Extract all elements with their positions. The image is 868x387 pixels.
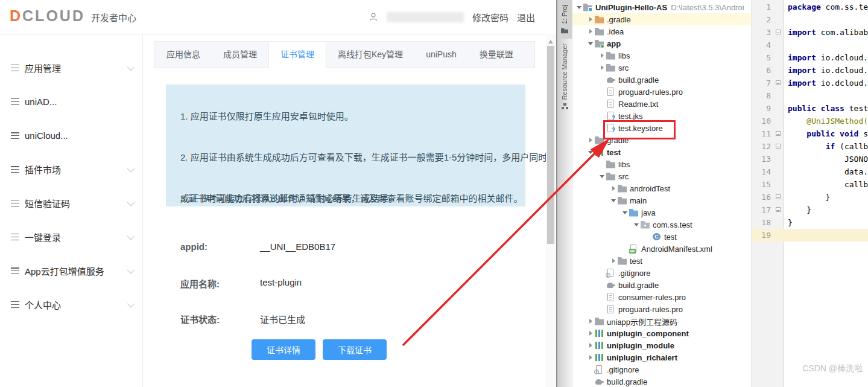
- fold-marker-icon[interactable]: [774, 191, 784, 203]
- tree-row-app[interactable]: app: [572, 37, 751, 50]
- page-scrollbar[interactable]: [546, 34, 556, 387]
- notice-line-2: 2. 应用证书由系统生成成功后方可查看及下载，生成证书一般需要1-5分钟时间，多…: [180, 151, 511, 164]
- fold-marker-icon[interactable]: [774, 203, 784, 216]
- fold-marker-icon[interactable]: [774, 26, 784, 39]
- tree-collapse-icon[interactable]: [632, 220, 641, 229]
- tab-应用信息[interactable]: 应用信息: [155, 42, 212, 68]
- tree-collapse-icon[interactable]: [609, 196, 618, 205]
- tree-row-build.gradle[interactable]: build.gradle: [572, 376, 751, 387]
- sidebar-item-5[interactable]: 短信验证码: [0, 186, 142, 220]
- tree-expand-icon[interactable]: [586, 355, 595, 360]
- tree-row-gradle[interactable]: gradle: [572, 134, 751, 146]
- tree-expand-icon[interactable]: [586, 138, 595, 142]
- tree-row-build.gradle[interactable]: build.gradle: [572, 279, 751, 291]
- sidebar-item-8[interactable]: 个人中心: [0, 287, 142, 321]
- tree-row-uniplugin_richalert[interactable]: uniplugin_richalert: [572, 351, 751, 363]
- line-number: 1: [752, 1, 774, 13]
- tree-row-test[interactable]: test: [572, 146, 751, 158]
- tree-row-test.keystore[interactable]: test.keystore: [572, 122, 751, 134]
- tree-expand-icon[interactable]: [598, 65, 606, 70]
- tree-row-test[interactable]: test: [572, 231, 751, 243]
- tree-row-.gitignore[interactable]: .gitignore: [572, 267, 751, 279]
- tree-row-uniplugin_component[interactable]: uniplugin_component: [572, 327, 751, 339]
- tab-成员管理[interactable]: 成员管理: [212, 42, 268, 68]
- fold-spacer: [774, 13, 784, 26]
- resource-manager-tool-tab[interactable]: Resource Manager: [557, 39, 572, 115]
- logout-link[interactable]: 退出: [517, 11, 535, 24]
- tree-item-label: .gradle: [607, 15, 631, 24]
- tree-row-src[interactable]: src: [572, 62, 751, 74]
- scrollbar-thumb[interactable]: [547, 46, 554, 244]
- tab-离线打包Key管理[interactable]: 离线打包Key管理: [326, 42, 414, 68]
- code-line-4: 4: [752, 39, 868, 51]
- tree-item-label: src: [618, 172, 629, 181]
- line-number: 5: [752, 51, 774, 64]
- tree-row-libs[interactable]: libs: [572, 50, 751, 62]
- sidebar-item-4[interactable]: 插件市场: [0, 152, 142, 186]
- tree-expand-icon[interactable]: [586, 17, 595, 22]
- tree-expand-icon[interactable]: [609, 258, 618, 263]
- tree-row-AndroidManifest.xml[interactable]: AndroidManifest.xml: [572, 243, 751, 255]
- tree-item-label: .gitignore: [618, 269, 650, 278]
- tree-row-androidTest[interactable]: androidTest: [572, 182, 751, 194]
- sidebar-item-3[interactable]: uniCloud...: [0, 118, 142, 152]
- tree-row-com.ss.test[interactable]: com.ss.test: [572, 219, 751, 231]
- scrollbar-up-icon[interactable]: [548, 37, 553, 43]
- fold-spacer: [774, 102, 784, 115]
- tree-expand-icon[interactable]: [609, 186, 618, 191]
- tree-row-.gitignore[interactable]: .gitignore: [572, 363, 751, 376]
- fold-marker-icon[interactable]: [774, 77, 784, 89]
- notice-box: 1. 应用证书仅限打原生应用安卓包时使用。 2. 应用证书由系统生成成功后方可查…: [166, 85, 525, 206]
- tree-row-uniplugin_module[interactable]: uniplugin_module: [572, 339, 751, 351]
- fold-marker-icon[interactable]: [774, 127, 784, 140]
- project-tool-tab-label: 1: Proj: [561, 5, 568, 24]
- tree-expand-icon[interactable]: [598, 53, 606, 58]
- editor-lines: 1package com.ss.te23import com.alibab45i…: [752, 1, 868, 241]
- cert-detail-button[interactable]: 证书详情: [252, 339, 315, 360]
- tree-expand-icon[interactable]: [586, 319, 595, 324]
- tree-row-.idea[interactable]: .idea: [572, 25, 751, 37]
- fold-spacer: [774, 216, 784, 229]
- tree-row-src[interactable]: src: [572, 170, 751, 182]
- tree-collapse-icon[interactable]: [575, 3, 583, 11]
- code-text: [784, 39, 788, 51]
- module-icon: [595, 353, 604, 362]
- code-text: [784, 13, 788, 26]
- tree-row-test.jks[interactable]: test.jks: [572, 110, 751, 122]
- sidebar-item-1[interactable]: 应用管理: [0, 51, 142, 85]
- folder-icon: [606, 172, 615, 181]
- tree-expand-icon[interactable]: [586, 331, 595, 336]
- tab-换量联盟[interactable]: 换量联盟: [468, 42, 525, 68]
- project-tool-tab[interactable]: 1: Proj: [557, 0, 572, 39]
- tree-row-java[interactable]: java: [572, 206, 751, 219]
- tree-row-main[interactable]: main: [572, 194, 751, 206]
- sidebar-item-6[interactable]: 一键登录: [0, 220, 142, 254]
- tree-row-proguard-rules.pro[interactable]: proguard-rules.pro: [572, 86, 751, 98]
- file-icon: [606, 293, 615, 301]
- tree-row-test[interactable]: test: [572, 255, 751, 267]
- tree-row-uniapp示例工程源码[interactable]: uniapp示例工程源码: [572, 315, 751, 327]
- fold-marker-icon[interactable]: [774, 140, 784, 153]
- tab-证书管理[interactable]: 证书管理: [268, 42, 326, 68]
- change-password-link[interactable]: 修改密码: [472, 11, 508, 24]
- tree-item-label: uniplugin_richalert: [607, 353, 677, 362]
- tree-collapse-icon[interactable]: [586, 148, 595, 156]
- tree-collapse-icon[interactable]: [586, 39, 595, 48]
- dcloud-logo[interactable]: DCLOUD 开发者中心: [10, 7, 136, 25]
- tree-row-proguard-rules.pro[interactable]: proguard-rules.pro: [572, 303, 751, 315]
- sidebar-item-7[interactable]: App云打包增值服务: [0, 254, 142, 287]
- tree-row-Readme.txt[interactable]: Readme.txt: [572, 98, 751, 110]
- tree-collapse-icon[interactable]: [621, 208, 629, 217]
- tree-row-libs[interactable]: libs: [572, 158, 751, 170]
- sidebar-item-2[interactable]: uniAD...: [0, 85, 142, 118]
- tree-row-consumer-rules.pro[interactable]: consumer-rules.pro: [572, 291, 751, 303]
- tree-row-build.gradle[interactable]: build.gradle: [572, 74, 751, 86]
- cert-download-button[interactable]: 下载证书: [323, 339, 387, 360]
- tab-uniPush[interactable]: uniPush: [414, 42, 468, 68]
- tree-expand-icon[interactable]: [586, 343, 595, 348]
- tree-row-UniPlugin-Hello-AS[interactable]: UniPlugin-Hello-ASD:\latest\3.5.3\Androi: [572, 1, 751, 13]
- code-editor[interactable]: 1package com.ss.te23import com.alibab45i…: [752, 0, 868, 387]
- tree-row-.gradle[interactable]: .gradle: [572, 13, 751, 25]
- tree-collapse-icon[interactable]: [598, 172, 606, 181]
- tree-expand-icon[interactable]: [586, 29, 595, 34]
